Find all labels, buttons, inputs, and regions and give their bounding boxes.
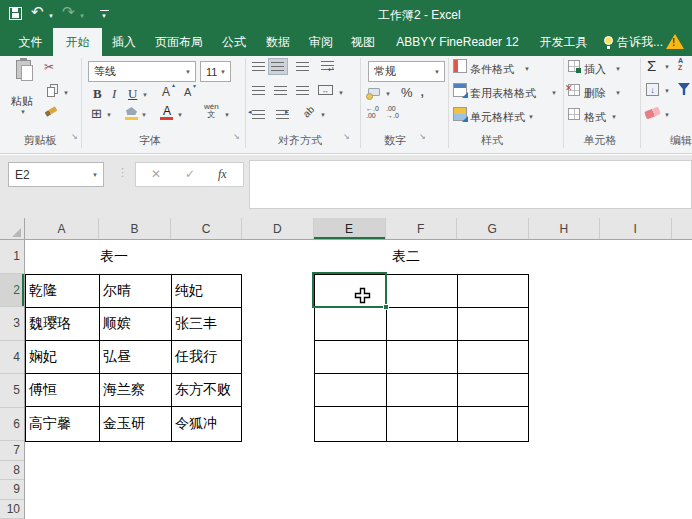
percent-style-button[interactable]: %: [401, 85, 413, 100]
sort-filter-icon[interactable]: AZ: [678, 57, 683, 72]
paste-icon[interactable]: [16, 60, 31, 79]
cancel-icon[interactable]: ✕: [151, 167, 161, 181]
warning-icon[interactable]: !: [666, 34, 684, 49]
cell-f3[interactable]: [387, 308, 459, 341]
formula-bar-grip-icon[interactable]: ⋮: [117, 166, 128, 179]
tab-review[interactable]: 审阅: [300, 28, 342, 56]
accounting-caret-icon[interactable]: ▼: [385, 91, 391, 97]
copy-caret-icon[interactable]: ▼: [63, 90, 69, 96]
col-header-d[interactable]: D: [242, 218, 314, 239]
cell-f5[interactable]: [387, 374, 459, 407]
sheet-grid[interactable]: 表一 表二 乾隆 尔晴 纯妃 魏璎珞 顺嫔 张三丰 娴妃 弘昼 任我行 傅恒 海…: [25, 240, 692, 519]
tab-home[interactable]: 开始: [53, 28, 102, 56]
row-header-10[interactable]: 10: [0, 500, 24, 519]
find-select-icon[interactable]: [678, 83, 690, 95]
insert-caret-icon[interactable]: ▼: [615, 66, 621, 72]
fill-caret-icon[interactable]: ▼: [664, 88, 670, 94]
align-right-icon[interactable]: [296, 86, 309, 96]
cell-b4[interactable]: 弘昼: [100, 341, 172, 374]
col-header-e[interactable]: E: [314, 218, 386, 239]
conditional-formatting-icon[interactable]: [453, 59, 467, 73]
bold-button[interactable]: B: [93, 86, 102, 102]
formula-input[interactable]: [249, 160, 692, 209]
name-box[interactable]: E2▼: [8, 162, 104, 187]
cell-a6[interactable]: 高宁馨: [26, 407, 100, 440]
font-dialog-launcher-icon[interactable]: ↘: [233, 132, 240, 141]
insert-cells-icon[interactable]: [568, 60, 580, 72]
cell-b3[interactable]: 顺嫔: [100, 308, 172, 341]
borders-caret-icon[interactable]: ▼: [106, 112, 112, 118]
cell-b2[interactable]: 尔晴: [100, 275, 172, 308]
font-color-caret-icon[interactable]: ▼: [177, 112, 183, 118]
font-color-icon[interactable]: A: [163, 104, 171, 118]
col-header-h[interactable]: H: [529, 218, 601, 239]
tab-view[interactable]: 视图: [342, 28, 384, 56]
align-center-icon[interactable]: [274, 86, 287, 96]
autosum-icon[interactable]: Σ: [647, 57, 656, 74]
format-cells-icon[interactable]: [568, 108, 580, 120]
format-button[interactable]: 格式: [584, 110, 606, 125]
cell-g5[interactable]: [458, 374, 528, 407]
cell-a2[interactable]: 乾隆: [26, 275, 100, 308]
cell-e4[interactable]: [315, 341, 387, 374]
row-header-2[interactable]: 2: [0, 274, 24, 308]
row-header-7[interactable]: 7: [0, 441, 24, 461]
conditional-formatting-button[interactable]: 条件格式: [470, 62, 514, 77]
cell-g4[interactable]: [458, 341, 528, 374]
format-caret-icon[interactable]: ▼: [611, 114, 617, 120]
tab-developer[interactable]: 开发工具: [531, 28, 596, 56]
align-middle-icon[interactable]: [271, 62, 284, 72]
decrease-decimal-icon[interactable]: .00 →.0: [386, 106, 399, 119]
decrease-indent-icon[interactable]: [252, 110, 265, 120]
fill-down-icon[interactable]: ↓: [646, 83, 659, 96]
paste-button[interactable]: 粘贴: [11, 94, 33, 109]
save-icon[interactable]: [9, 7, 22, 20]
underline-button[interactable]: U: [128, 86, 137, 102]
col-header-c[interactable]: C: [171, 218, 242, 239]
cell-f2[interactable]: [387, 275, 459, 308]
cell-b6[interactable]: 金玉研: [100, 407, 172, 440]
clipboard-dialog-launcher-icon[interactable]: ↘: [71, 132, 78, 141]
orientation-caret-icon[interactable]: ▼: [320, 112, 326, 118]
insert-function-icon[interactable]: fx: [218, 167, 227, 182]
cell-c3[interactable]: 张三丰: [172, 308, 241, 341]
italic-button[interactable]: I: [112, 86, 116, 102]
row-header-6[interactable]: 6: [0, 408, 24, 442]
align-bottom-icon[interactable]: [296, 62, 309, 72]
clear-icon[interactable]: [644, 106, 661, 119]
shrink-font-button[interactable]: A: [184, 86, 191, 98]
font-size-select[interactable]: 11▼: [200, 61, 231, 82]
insert-button[interactable]: 插入: [584, 62, 606, 77]
cell-g3[interactable]: [458, 308, 528, 341]
delete-button[interactable]: 删除: [584, 86, 606, 101]
cell-a3[interactable]: 魏璎珞: [26, 308, 100, 341]
delete-caret-icon[interactable]: ▼: [615, 90, 621, 96]
merge-center-icon[interactable]: ↔: [318, 85, 333, 95]
format-as-table-icon[interactable]: [453, 83, 467, 97]
active-cell-selection[interactable]: [312, 272, 387, 309]
cell-g6[interactable]: [458, 407, 528, 440]
cell-a4[interactable]: 娴妃: [26, 341, 100, 374]
font-name-select[interactable]: 等线▼: [88, 61, 196, 82]
tab-file[interactable]: 文件: [8, 28, 53, 56]
borders-icon[interactable]: ⊞: [91, 106, 102, 121]
phonetic-guide-icon[interactable]: wén 文: [204, 103, 219, 118]
tab-page-layout[interactable]: 页面布局: [146, 28, 212, 56]
row-header-3[interactable]: 3: [0, 307, 24, 341]
tab-insert[interactable]: 插入: [102, 28, 146, 56]
format-as-table-button[interactable]: 套用表格格式: [470, 86, 536, 101]
select-all-corner[interactable]: [0, 218, 25, 239]
col-header-f[interactable]: F: [386, 218, 458, 239]
enter-icon[interactable]: ✓: [185, 167, 195, 181]
number-format-select[interactable]: 常规▼: [368, 61, 445, 82]
phonetic-caret-icon[interactable]: ▼: [224, 112, 230, 118]
fill-color-caret-icon[interactable]: ▼: [141, 112, 147, 118]
row-header-4[interactable]: 4: [0, 341, 24, 375]
copy-icon[interactable]: [47, 87, 55, 97]
row-header-1[interactable]: 1: [0, 240, 24, 274]
underline-caret-icon[interactable]: ▼: [142, 92, 148, 98]
cell-e5[interactable]: [315, 374, 387, 407]
cell-styles-button[interactable]: 单元格样式: [470, 110, 525, 125]
row-header-5[interactable]: 5: [0, 374, 24, 408]
tab-abbyy[interactable]: ABBYY FineReader 12: [384, 28, 531, 56]
